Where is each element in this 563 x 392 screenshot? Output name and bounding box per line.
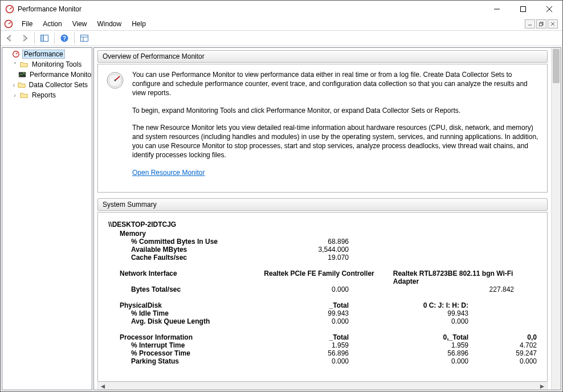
summary-row: Available MBytes3,544.000 (108, 246, 537, 254)
tree-node-reports[interactable]: › Reports (2, 90, 92, 100)
menu-view[interactable]: View (67, 19, 92, 29)
overview-panel-header: Overview of Performance Monitor (97, 50, 548, 63)
chevron-right-icon[interactable]: › (10, 82, 18, 88)
svg-line-1 (10, 7, 12, 9)
gauge-icon (106, 71, 124, 89)
svg-rect-3 (521, 7, 526, 12)
mdi-window-controls (525, 19, 560, 28)
mdi-close-button[interactable] (548, 19, 558, 28)
maximize-button[interactable] (510, 1, 536, 18)
tree-label: Performance Monitor (28, 70, 92, 79)
toolbar-separator (54, 32, 55, 44)
forward-button[interactable] (18, 31, 31, 45)
menu-file[interactable]: File (17, 19, 38, 29)
summary-category-memory: Memory (108, 230, 537, 238)
chart-icon (18, 70, 26, 79)
menu-window[interactable]: Window (92, 19, 127, 29)
svg-point-26 (115, 80, 116, 81)
window-title: Performance Monitor (18, 5, 81, 13)
svg-line-21 (16, 52, 18, 54)
tree-label: Reports (30, 91, 58, 100)
summary-row: Bytes Total/sec0.000227.842 (108, 285, 537, 293)
summary-row: Cache Faults/sec19.070 (108, 254, 537, 262)
svg-line-7 (9, 22, 11, 24)
summary-header-row: Network Interface Realtek PCIe FE Family… (108, 270, 537, 285)
scroll-thumb[interactable] (553, 49, 560, 83)
tree-label: Data Collector Sets (27, 80, 89, 89)
svg-rect-17 (81, 35, 88, 42)
summary-panel-body: \\DESKTOP-2IDTCJG Memory % Committed Byt… (97, 212, 548, 382)
app-icon (11, 50, 21, 59)
mdi-minimize-button[interactable] (525, 19, 535, 28)
svg-rect-10 (540, 23, 542, 26)
tree-node-monitoring-tools[interactable]: ˅ Monitoring Tools (2, 59, 92, 70)
toolbar-separator (74, 32, 75, 44)
tree-label: Monitoring Tools (30, 60, 83, 69)
summary-row: % Committed Bytes In Use68.896 (108, 238, 537, 246)
back-button[interactable] (3, 31, 17, 45)
summary-row: % Interrupt Time1.9591.9594.702 (108, 341, 537, 349)
menu-bar: File Action View Window Help (1, 18, 562, 30)
summary-row: Avg. Disk Queue Length0.0000.000 (108, 317, 537, 325)
summary-row: % Processor Time56.89656.89659.247 (108, 349, 537, 357)
properties-button[interactable] (77, 31, 91, 45)
toolbar: ? (1, 30, 562, 46)
toolbar-separator (34, 32, 35, 44)
svg-rect-22 (19, 72, 26, 77)
summary-header-row: PhysicalDisk _Total 0 C: J: I: H: D: (108, 301, 537, 309)
open-resource-monitor-link[interactable]: Open Resource Monitor (132, 169, 205, 177)
app-icon-small (4, 19, 13, 28)
overview-paragraph: You can use Performance Monitor to view … (132, 70, 539, 98)
horizontal-scrollbar[interactable]: ◄ ► (97, 382, 548, 390)
client-area: Performance ˅ Monitoring Tools Performan… (1, 46, 562, 391)
scroll-right-icon[interactable]: ► (537, 382, 547, 390)
tree-node-performance[interactable]: Performance (2, 49, 92, 59)
app-icon (5, 5, 14, 14)
menu-help[interactable]: Help (127, 19, 151, 29)
chevron-right-icon[interactable]: › (10, 92, 19, 99)
summary-row: Parking Status0.0000.0000.000 (108, 357, 537, 365)
svg-rect-14 (41, 35, 44, 42)
close-button[interactable] (536, 1, 562, 18)
tree-label: Performance (22, 50, 65, 59)
tree-node-performance-monitor[interactable]: Performance Monitor (2, 70, 92, 80)
title-bar: Performance Monitor (1, 1, 562, 18)
navigation-tree[interactable]: Performance ˅ Monitoring Tools Performan… (2, 47, 92, 390)
folder-icon (19, 60, 28, 69)
folder-icon (19, 91, 28, 100)
scroll-left-icon[interactable]: ◄ (98, 382, 108, 390)
vertical-scrollbar[interactable] (551, 48, 561, 390)
help-button[interactable]: ? (58, 31, 71, 45)
chevron-down-icon[interactable]: ˅ (10, 62, 19, 68)
folder-icon (18, 80, 26, 89)
overview-paragraph: The new Resource Monitor lets you view d… (132, 123, 539, 160)
show-hide-tree-button[interactable] (38, 31, 51, 45)
overview-panel-body: You can use Performance Monitor to view … (97, 64, 548, 193)
summary-header-row: Processor Information _Total 0,_Total 0,… (108, 333, 537, 341)
content-pane: Overview of Performance Monitor You can … (93, 47, 561, 390)
summary-hostname: \\DESKTOP-2IDTCJG (108, 220, 537, 228)
menu-action[interactable]: Action (38, 19, 67, 29)
summary-panel-header: System Summary (97, 198, 548, 211)
tree-node-data-collector-sets[interactable]: › Data Collector Sets (2, 80, 92, 90)
minimize-button[interactable] (484, 1, 510, 18)
mdi-restore-button[interactable] (536, 19, 546, 28)
summary-row: % Idle Time99.94399.943 (108, 309, 537, 317)
svg-text:?: ? (63, 35, 66, 42)
overview-paragraph: To begin, expand Monitoring Tools and cl… (132, 106, 539, 115)
